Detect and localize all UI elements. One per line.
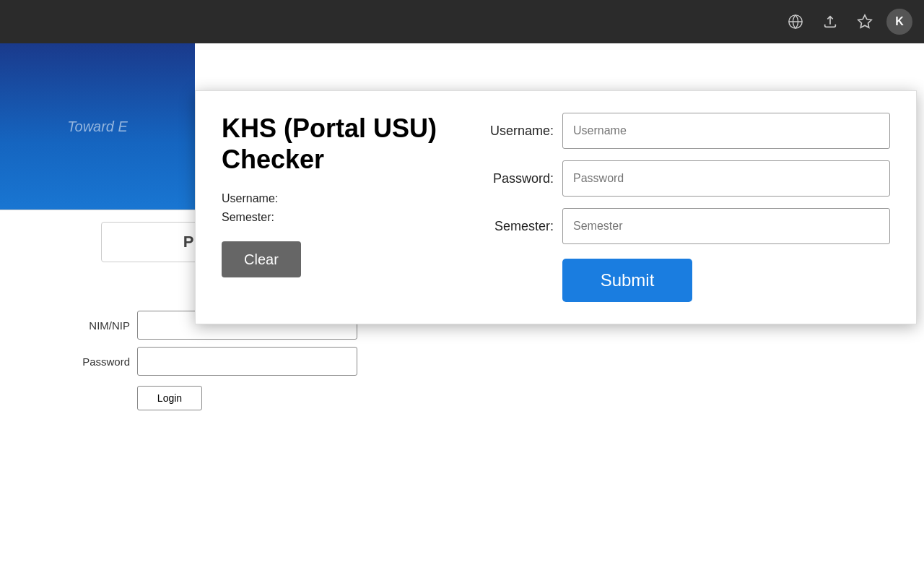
popup-right-panel: Username: Password: Semester: Submit xyxy=(467,113,890,302)
share-icon[interactable] xyxy=(817,9,843,35)
password-field-label: Password: xyxy=(467,171,554,186)
popup-semester-display: Semester: xyxy=(222,211,438,224)
bookmark-star-icon[interactable] xyxy=(852,9,878,35)
khs-checker-popup: KHS (Portal USU) Checker Username: Semes… xyxy=(195,90,917,324)
bg-password-label: Password xyxy=(65,355,130,368)
popup-title: KHS (Portal USU) Checker xyxy=(222,113,438,175)
bg-password-row: Password xyxy=(65,347,357,376)
browser-toolbar: K xyxy=(0,0,924,43)
nim-label: NIM/NIP xyxy=(65,319,130,332)
password-field-row: Password: xyxy=(467,160,890,197)
clear-button[interactable]: Clear xyxy=(222,241,301,277)
popup-left-panel: KHS (Portal USU) Checker Username: Semes… xyxy=(222,113,438,302)
background-login-form: NIM/NIP Password Login xyxy=(65,311,357,410)
user-avatar[interactable]: K xyxy=(886,9,912,35)
svg-marker-1 xyxy=(858,15,871,27)
login-button[interactable]: Login xyxy=(137,386,202,410)
bg-login-button-row: Login xyxy=(65,386,357,410)
portal-header-text: Toward E xyxy=(60,111,135,142)
username-field-row: Username: xyxy=(467,113,890,149)
translate-icon[interactable] xyxy=(783,9,808,35)
username-input[interactable] xyxy=(562,113,890,149)
page-background: Toward E PORTAL AKADEMIK NIM/NIP Passwor… xyxy=(0,43,924,578)
submit-button[interactable]: Submit xyxy=(562,259,692,302)
submit-row: Submit xyxy=(467,256,890,302)
username-field-label: Username: xyxy=(467,124,554,139)
semester-field-label: Semester: xyxy=(467,219,554,234)
bg-password-input[interactable] xyxy=(137,347,357,376)
semester-field-row: Semester: xyxy=(467,208,890,244)
popup-username-display: Username: xyxy=(222,192,438,205)
portal-header-strip: Toward E xyxy=(0,43,195,210)
semester-input[interactable] xyxy=(562,208,890,244)
password-input[interactable] xyxy=(562,160,890,197)
